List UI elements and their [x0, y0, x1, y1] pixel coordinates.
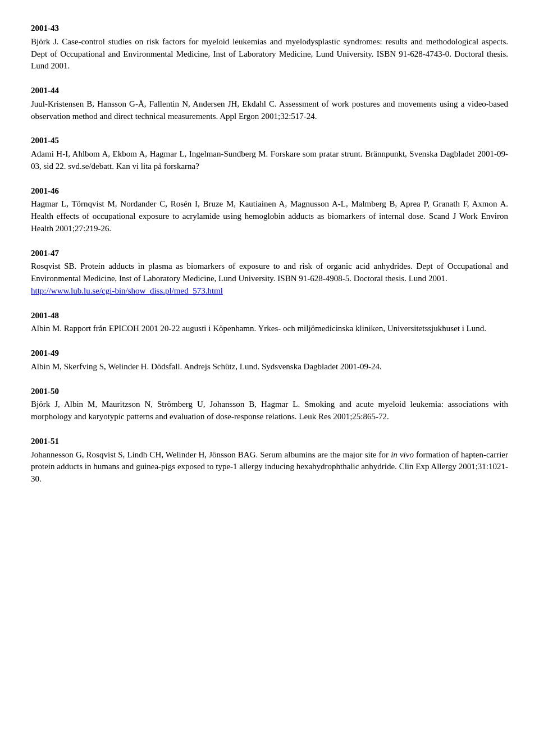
entry-2001-43: 2001-43 Björk J. Case-control studies on…: [31, 22, 508, 72]
entry-text-2001-49: Albin M, Skerfving S, Welinder H. Dödsfa…: [31, 361, 508, 373]
entry-2001-46: 2001-46 Hagmar L, Törnqvist M, Nordander…: [31, 185, 508, 235]
entry-text-2001-51: Johannesson G, Rosqvist S, Lindh CH, Wel…: [31, 449, 508, 485]
entry-text-before-link-2001-47: Rosqvist SB. Protein adducts in plasma a…: [31, 262, 508, 283]
entry-id-2001-47: 2001-47: [31, 248, 508, 260]
entry-id-2001-43: 2001-43: [31, 22, 508, 35]
entry-text-2001-43: Björk J. Case-control studies on risk fa…: [31, 36, 508, 72]
entry-text-2001-45: Adami H-I, Ahlbom A, Ekbom A, Hagmar L, …: [31, 148, 508, 173]
entry-id-2001-46: 2001-46: [31, 185, 508, 198]
entry-id-2001-49: 2001-49: [31, 347, 508, 360]
entry-text-2001-47: Rosqvist SB. Protein adducts in plasma a…: [31, 260, 508, 297]
entry-2001-45: 2001-45 Adami H-I, Ahlbom A, Ekbom A, Ha…: [31, 135, 508, 172]
entry-italic-text-2001-51: in vivo: [391, 450, 414, 459]
entry-text-before-italic-2001-51: Johannesson G, Rosqvist S, Lindh CH, Wel…: [31, 450, 391, 459]
entry-id-2001-50: 2001-50: [31, 386, 508, 398]
reference-list: 2001-43 Björk J. Case-control studies on…: [31, 22, 508, 485]
entry-id-2001-51: 2001-51: [31, 436, 508, 448]
entry-link-2001-47[interactable]: http://www.lub.lu.se/cgi-bin/show_diss.p…: [31, 286, 223, 295]
entry-2001-49: 2001-49 Albin M, Skerfving S, Welinder H…: [31, 347, 508, 373]
entry-text-2001-46: Hagmar L, Törnqvist M, Nordander C, Rosé…: [31, 198, 508, 235]
entry-2001-48: 2001-48 Albin M. Rapport från EPICOH 200…: [31, 310, 508, 336]
entry-text-2001-44: Juul-Kristensen B, Hansson G-Å, Fallenti…: [31, 98, 508, 123]
entry-id-2001-45: 2001-45: [31, 135, 508, 147]
entry-text-2001-50: Björk J, Albin M, Mauritzson N, Strömber…: [31, 398, 508, 423]
entry-2001-44: 2001-44 Juul-Kristensen B, Hansson G-Å, …: [31, 85, 508, 122]
entry-text-2001-48: Albin M. Rapport från EPICOH 2001 20-22 …: [31, 323, 508, 335]
entry-2001-51: 2001-51 Johannesson G, Rosqvist S, Lindh…: [31, 436, 508, 485]
entry-id-2001-48: 2001-48: [31, 310, 508, 322]
entry-id-2001-44: 2001-44: [31, 85, 508, 97]
entry-2001-47: 2001-47 Rosqvist SB. Protein adducts in …: [31, 248, 508, 297]
entry-2001-50: 2001-50 Björk J, Albin M, Mauritzson N, …: [31, 386, 508, 423]
